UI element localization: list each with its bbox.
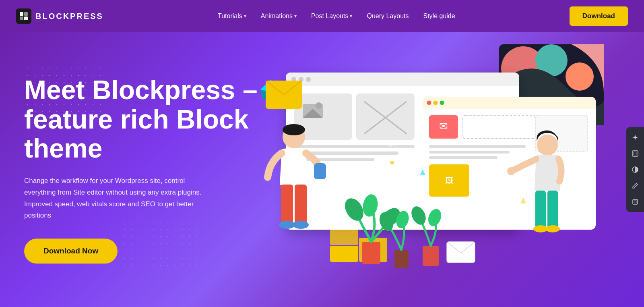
svg-rect-67: [547, 191, 558, 229]
svg-rect-50: [281, 185, 293, 225]
frame-icon[interactable]: [630, 148, 640, 159]
svg-rect-82: [634, 201, 636, 203]
svg-point-16: [306, 77, 311, 82]
svg-rect-46: [330, 230, 358, 245]
chevron-down-icon: ▾: [350, 13, 352, 19]
svg-point-20: [316, 102, 322, 109]
svg-rect-41: [429, 156, 497, 159]
svg-point-49: [283, 124, 305, 135]
nav-item-animations[interactable]: Animations ▾: [261, 12, 297, 20]
svg-rect-1: [24, 12, 28, 16]
svg-point-33: [427, 101, 431, 105]
svg-rect-2: [20, 17, 23, 20]
svg-rect-79: [634, 152, 637, 155]
svg-rect-24: [294, 145, 415, 148]
svg-rect-39: [429, 145, 526, 148]
navigation: BLOCKPRESS Tutorials ▾ Animations ▾ Post…: [0, 0, 644, 32]
pen-icon[interactable]: [630, 180, 640, 191]
hero-section: Meet Blockpress – feature rich Block the…: [0, 32, 644, 307]
nav-item-style-guide[interactable]: Style guide: [423, 12, 455, 20]
svg-rect-32: [423, 104, 596, 109]
logo-text: BLOCKPRESS: [35, 12, 103, 21]
svg-point-35: [440, 101, 444, 105]
svg-rect-81: [633, 199, 638, 204]
chevron-down-icon: ▾: [294, 13, 297, 19]
nav-item-query-layouts[interactable]: Query Layouts: [367, 12, 409, 20]
svg-point-53: [293, 221, 309, 229]
contrast-icon[interactable]: [630, 164, 640, 175]
svg-rect-62: [423, 246, 439, 266]
hero-description: Change the workflow for your Wordpress s…: [24, 175, 217, 222]
svg-point-69: [545, 225, 560, 232]
svg-point-70: [507, 167, 515, 175]
svg-point-34: [433, 101, 438, 105]
nav-links: Tutorials ▾ Animations ▾ Post Layouts ▾ …: [218, 12, 455, 20]
download-button[interactable]: Download: [570, 6, 628, 26]
svg-rect-78: [632, 151, 638, 156]
svg-rect-54: [314, 163, 326, 179]
hero-content: Meet Blockpress – feature rich Block the…: [24, 75, 258, 263]
svg-rect-40: [429, 151, 510, 154]
svg-point-10: [566, 62, 594, 91]
svg-rect-75: [390, 161, 394, 164]
download-now-button[interactable]: Download Now: [24, 239, 118, 264]
logo[interactable]: BLOCKPRESS: [16, 8, 103, 24]
svg-rect-51: [295, 185, 307, 225]
svg-rect-45: [330, 246, 358, 262]
layers-icon[interactable]: [630, 197, 640, 207]
svg-rect-3: [24, 17, 28, 20]
svg-text:🖼: 🖼: [445, 176, 453, 185]
svg-rect-66: [535, 191, 546, 229]
svg-point-77: [388, 143, 392, 147]
svg-rect-13: [286, 81, 519, 86]
hero-title: Meet Blockpress – feature rich Block the…: [24, 75, 258, 163]
svg-text:✉: ✉: [439, 120, 448, 132]
sparkle-icon[interactable]: [630, 132, 640, 143]
logo-icon: [16, 8, 31, 24]
svg-point-65: [537, 135, 558, 156]
svg-rect-59: [394, 250, 409, 268]
right-toolbar: [626, 127, 644, 212]
hero-illustration: ✉ 🖼: [250, 44, 612, 302]
nav-item-post-layouts[interactable]: Post Layouts ▾: [311, 12, 353, 20]
nav-item-tutorials[interactable]: Tutorials ▾: [218, 12, 246, 20]
chevron-down-icon: ▾: [244, 13, 246, 19]
svg-rect-55: [362, 242, 380, 264]
svg-rect-0: [20, 12, 23, 16]
